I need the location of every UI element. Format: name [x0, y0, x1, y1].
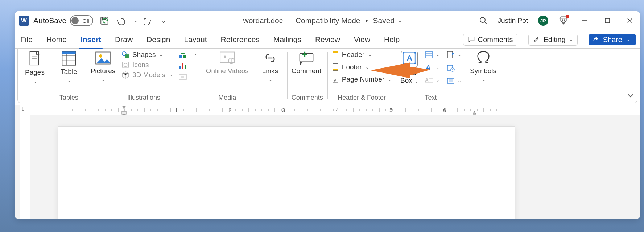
- comments-button[interactable]: Comments: [463, 34, 518, 46]
- svg-point-47: [403, 62, 405, 64]
- footer-button[interactable]: Footer⌄: [332, 63, 392, 71]
- title-center: wordart.doc - Compatibility Mode • Saved…: [170, 16, 474, 25]
- icons-icon: [121, 61, 129, 69]
- signature-line-button[interactable]: ⌄: [447, 51, 461, 59]
- group-caption: Text: [400, 93, 461, 102]
- svg-rect-21: [123, 62, 129, 68]
- cube-icon: [121, 71, 129, 79]
- horizontal-ruler[interactable]: 1 2 3 4 5 6: [30, 105, 640, 115]
- shapes-button[interactable]: Shapes⌄: [121, 51, 173, 59]
- group-tables: Table ⌄ Tables: [52, 49, 86, 103]
- wordart-button[interactable]: A ⌄: [425, 64, 440, 72]
- ruler-mark: 3: [282, 107, 285, 113]
- toggle-knob: [71, 17, 79, 24]
- tab-design[interactable]: Design: [145, 34, 172, 45]
- save-icon[interactable]: [100, 16, 109, 25]
- links-button[interactable]: Links ⌄: [257, 51, 283, 82]
- chevron-down-icon: ⌄: [368, 52, 372, 57]
- screenshot-button[interactable]: [178, 72, 187, 81]
- redo-icon[interactable]: [144, 16, 153, 25]
- chevron-down-icon: ⌄: [169, 72, 173, 78]
- svg-point-18: [99, 54, 102, 58]
- tab-insert[interactable]: Insert: [79, 34, 103, 45]
- editing-mode-button[interactable]: Editing ⌄: [528, 34, 577, 46]
- quick-parts-button[interactable]: ⌄: [425, 51, 440, 59]
- save-state: Saved: [373, 16, 395, 25]
- date-time-button[interactable]: [447, 64, 461, 72]
- close-button[interactable]: [624, 16, 636, 26]
- chevron-down-icon: ⌄: [33, 79, 37, 84]
- object-button[interactable]: ⌄: [447, 77, 461, 85]
- pages-button[interactable]: Pages ⌄: [22, 51, 48, 84]
- header-button[interactable]: Header⌄: [332, 51, 392, 59]
- tab-file[interactable]: File: [19, 34, 34, 45]
- ruler-mark: 6: [443, 107, 446, 113]
- svg-rect-26: [182, 63, 183, 69]
- title-dropdown-icon[interactable]: ⌄: [398, 18, 402, 23]
- search-icon[interactable]: [479, 16, 488, 25]
- autosave-label: AutoSave: [33, 16, 66, 25]
- document-page[interactable]: [58, 127, 515, 219]
- svg-rect-5: [605, 18, 610, 23]
- vertical-ruler: L: [20, 105, 30, 219]
- symbols-button[interactable]: Symbols ⌄: [470, 51, 496, 82]
- svg-rect-38: [333, 51, 338, 53]
- share-button[interactable]: Share ⌄: [589, 34, 636, 45]
- chevron-down-icon[interactable]: ⌄: [194, 51, 197, 56]
- chevron-down-icon: ⌄: [482, 77, 486, 82]
- app-window: W AutoSave Off ⌄ ⌄ wordart.doc - Com: [15, 11, 640, 219]
- ribbon-tabs: File Home Insert Draw Design Layout Refe…: [15, 31, 640, 49]
- icons-button[interactable]: Icons: [121, 61, 173, 69]
- chevron-down-icon: ⌄: [569, 37, 573, 42]
- ruler-mark: 2: [228, 107, 231, 113]
- qat-customize-icon[interactable]: ⌄: [161, 17, 166, 25]
- autosave-toggle[interactable]: Off: [70, 15, 93, 26]
- table-button[interactable]: Table ⌄: [56, 51, 82, 83]
- autosave: AutoSave Off: [33, 15, 93, 26]
- collapse-ribbon-icon[interactable]: [627, 92, 634, 100]
- chevron-down-icon: ⌄: [388, 77, 392, 82]
- tab-review[interactable]: Review: [314, 34, 342, 45]
- svg-point-22: [124, 63, 127, 66]
- tab-references[interactable]: References: [219, 34, 261, 45]
- shapes-icon: [121, 51, 129, 59]
- group-illustrations: Pictures ⌄ Shapes⌄ Icons 3D Models⌄: [86, 49, 202, 103]
- avatar[interactable]: JP: [538, 16, 548, 26]
- minimize-button[interactable]: [579, 16, 591, 26]
- maximize-button[interactable]: [601, 16, 614, 26]
- comment-icon: [468, 36, 475, 43]
- svg-rect-57: [447, 51, 453, 58]
- page-number-button[interactable]: # Page Number⌄: [332, 75, 392, 83]
- undo-icon[interactable]: [116, 16, 127, 25]
- online-videos-button[interactable]: Online Videos: [206, 51, 249, 75]
- chart-button[interactable]: [178, 62, 187, 70]
- chevron-down-icon: ⌄: [366, 65, 369, 70]
- new-comment-button[interactable]: Comment: [292, 51, 321, 75]
- pictures-button[interactable]: Pictures ⌄: [90, 51, 116, 82]
- svg-text:A: A: [425, 64, 430, 72]
- svg-text:A: A: [406, 54, 412, 63]
- 3d-models-button[interactable]: 3D Models⌄: [121, 71, 173, 79]
- drop-cap-button[interactable]: A ⌄: [425, 77, 440, 83]
- group-links: Links ⌄: [253, 49, 287, 103]
- text-box-button[interactable]: A TextText BoxBox ⌄: [400, 51, 418, 84]
- chevron-down-icon: ⌄: [627, 37, 630, 42]
- footer-icon: [332, 63, 339, 71]
- diamond-icon[interactable]: [558, 16, 569, 26]
- wordart-icon: A: [425, 64, 434, 72]
- tab-help[interactable]: Help: [383, 34, 401, 45]
- calendar-clock-icon: [447, 64, 455, 72]
- tab-view[interactable]: View: [352, 34, 372, 45]
- page-number-icon: #: [332, 75, 339, 83]
- svg-rect-27: [185, 65, 186, 69]
- group-media: Online Videos Media: [202, 49, 253, 103]
- svg-rect-25: [179, 66, 181, 69]
- word-app-icon: W: [19, 16, 29, 26]
- tab-draw[interactable]: Draw: [113, 34, 134, 45]
- chevron-down-icon: ⌄: [436, 78, 439, 83]
- undo-dropdown-icon[interactable]: ⌄: [134, 18, 137, 23]
- smartart-button[interactable]: [178, 51, 187, 59]
- tab-layout[interactable]: Layout: [182, 34, 208, 45]
- tab-mailings[interactable]: Mailings: [272, 34, 303, 45]
- tab-home[interactable]: Home: [45, 34, 68, 45]
